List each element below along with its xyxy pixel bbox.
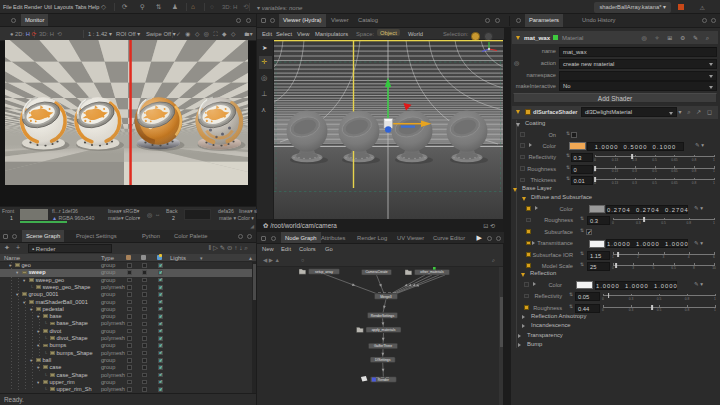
svg-text:Merge3: Merge3 xyxy=(380,295,392,299)
svg-text:RenderSettings: RenderSettings xyxy=(371,314,395,318)
svg-text:CameraCreate: CameraCreate xyxy=(365,270,387,274)
svg-text:GafferThree: GafferThree xyxy=(374,344,392,348)
svg-text:setup_array: setup_array xyxy=(315,270,333,274)
svg-text:Render: Render xyxy=(378,378,390,382)
svg-text:other_materials: other_materials xyxy=(420,270,444,274)
svg-text:DlSettings: DlSettings xyxy=(375,358,391,362)
svg-text:apply_materials: apply_materials xyxy=(372,328,396,332)
